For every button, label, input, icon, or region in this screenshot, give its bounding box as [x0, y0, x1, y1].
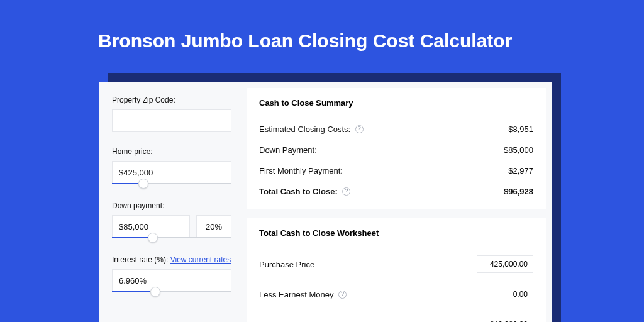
rate-slider-fill — [112, 291, 150, 292]
dp-label: Down payment: — [112, 201, 231, 210]
price-slider[interactable] — [112, 183, 231, 184]
dp-slider[interactable] — [112, 237, 231, 238]
worksheet-row-label: Total Mortgage Loan Amount — [259, 320, 364, 322]
summary-row-value: $2,977 — [508, 166, 533, 175]
summary-row-label: Estimated Closing Costs: — [259, 125, 364, 134]
dp-field: Down payment: — [112, 201, 231, 238]
dp-pct-input[interactable] — [196, 215, 231, 238]
worksheet-row-value[interactable] — [477, 316, 533, 322]
worksheet-panel: Total Cash to Close Worksheet Purchase P… — [247, 218, 546, 322]
rate-field: Interest rate (%): View current rates — [112, 255, 231, 292]
summary-row-value: $85,000 — [504, 145, 533, 155]
price-slider-fill — [112, 183, 138, 184]
rate-label: Interest rate (%): View current rates — [112, 255, 231, 264]
help-icon[interactable] — [342, 187, 350, 196]
summary-row: First Monthly Payment: $2,977 — [259, 160, 533, 181]
rate-slider[interactable] — [112, 291, 231, 292]
calculator-card: Property Zip Code: Home price: Down paym… — [99, 82, 552, 322]
help-icon[interactable] — [338, 291, 347, 299]
dp-slider-thumb[interactable] — [148, 233, 158, 243]
worksheet-row-value[interactable] — [477, 286, 533, 303]
worksheet-title: Total Cash to Close Worksheet — [259, 228, 533, 238]
summary-row-label-text: Total Cash to Close: — [259, 187, 338, 196]
dp-slider-fill — [112, 237, 148, 238]
results-main: Cash to Close Summary Estimated Closing … — [244, 82, 552, 322]
worksheet-row-label-text: Less Earnest Money — [259, 290, 334, 299]
rate-slider-thumb[interactable] — [150, 287, 160, 297]
summary-row-label-text: Estimated Closing Costs: — [259, 125, 350, 134]
worksheet-row: Less Earnest Money — [259, 279, 533, 309]
summary-title: Cash to Close Summary — [259, 98, 533, 108]
summary-row-total: Total Cash to Close: $96,928 — [259, 181, 533, 202]
rate-label-text: Interest rate (%): — [112, 255, 170, 264]
price-input[interactable] — [112, 161, 231, 184]
summary-row-label: Down Payment: — [259, 145, 317, 155]
view-rates-link[interactable]: View current rates — [170, 255, 231, 264]
page-title: Bronson Jumbo Loan Closing Cost Calculat… — [0, 0, 644, 52]
summary-row-value: $96,928 — [504, 187, 533, 196]
zip-field: Property Zip Code: — [112, 96, 231, 132]
summary-row: Estimated Closing Costs: $8,951 — [259, 119, 533, 140]
worksheet-row-label: Less Earnest Money — [259, 290, 347, 299]
price-slider-thumb[interactable] — [138, 179, 148, 189]
summary-row: Down Payment: $85,000 — [259, 140, 533, 160]
zip-input[interactable] — [112, 109, 231, 132]
inputs-sidebar: Property Zip Code: Home price: Down paym… — [99, 82, 244, 322]
price-label: Home price: — [112, 147, 231, 156]
help-icon[interactable] — [355, 125, 364, 133]
worksheet-row: Purchase Price — [259, 249, 533, 279]
price-field: Home price: — [112, 147, 231, 184]
summary-panel: Cash to Close Summary Estimated Closing … — [247, 88, 546, 209]
rate-input[interactable] — [112, 269, 231, 292]
worksheet-row-label: Purchase Price — [259, 260, 314, 269]
zip-label: Property Zip Code: — [112, 96, 231, 104]
summary-row-label: Total Cash to Close: — [259, 187, 350, 196]
worksheet-row-value[interactable] — [477, 255, 533, 273]
summary-row-value: $8,951 — [508, 125, 533, 134]
summary-row-label: First Monthly Payment: — [259, 166, 343, 175]
worksheet-row: Total Mortgage Loan Amount — [259, 309, 533, 322]
